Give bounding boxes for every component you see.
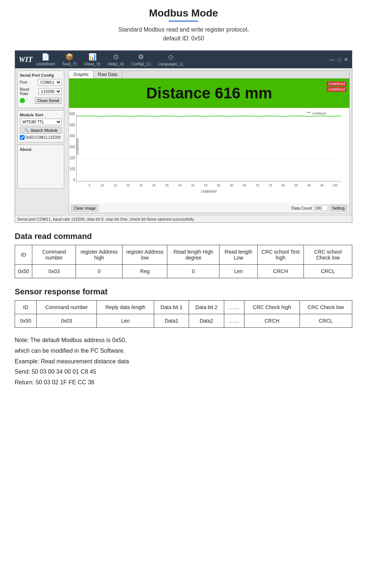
- col-crc-test-high: CRC school Test high: [258, 245, 304, 265]
- device-row: 0x50,COM11,115200: [20, 135, 62, 140]
- maximize-button[interactable]: □: [338, 57, 341, 62]
- svg-text:600: 600: [69, 112, 75, 116]
- sr-col-ellipsis: ……: [224, 301, 244, 314]
- svg-text:15: 15: [113, 184, 117, 187]
- titlebar-controls: — □ ✕: [330, 57, 348, 62]
- legend-item-2: Undefined: [327, 87, 346, 92]
- svg-text:35: 35: [165, 184, 168, 187]
- module-select[interactable]: WT53R TTL: [20, 119, 62, 125]
- page-subtitle: Standard Modbus read and write register …: [15, 25, 352, 43]
- nav-undefined-icon: 📄: [41, 53, 50, 61]
- col-reg-addr-low: register Address low: [122, 245, 167, 265]
- search-module-row: 🔍 Search Module: [20, 127, 62, 134]
- note-line-3: Example: Read measurement distance data: [15, 356, 352, 367]
- data-count-input[interactable]: [313, 205, 328, 211]
- cell-len-high: 0: [167, 265, 219, 278]
- col-crc-check-low: CRC school Check low: [304, 245, 352, 265]
- col-read-len-low: Read length Low: [219, 245, 258, 265]
- note-line-2: which can be modified in the PC Software…: [15, 346, 352, 356]
- nav-language-icon: ◇: [168, 53, 173, 61]
- tab-graphic[interactable]: Graphic: [69, 71, 94, 78]
- sr-col-reply: Reply data length: [97, 301, 154, 314]
- svg-text:40: 40: [178, 184, 182, 187]
- chart-footer: Clear Image Data Count Setting: [69, 203, 349, 213]
- cell-crc-high: CRCH: [258, 265, 304, 278]
- search-icon: 🔍: [24, 128, 29, 133]
- nav-undefined[interactable]: 📄 Undefined: [36, 53, 55, 66]
- sr-cell-crc-low: CRCL: [299, 314, 352, 328]
- col-command-num: Command number: [32, 245, 76, 265]
- svg-text:200: 200: [69, 156, 75, 160]
- clear-image-button[interactable]: Clear Image: [71, 205, 98, 211]
- col-read-len-high: Read length High degree: [167, 245, 219, 265]
- svg-text:50: 50: [204, 184, 207, 187]
- distance-display: Distance 616 mm Undefined Undefined: [69, 79, 349, 108]
- close-button[interactable]: ✕: [344, 57, 348, 62]
- setting-button[interactable]: Setting: [330, 205, 347, 211]
- note-line-4: Send: 50 03 00 34 00 01 C8 45: [15, 367, 352, 377]
- nav-tool[interactable]: 📦 Tool(_T): [62, 53, 77, 66]
- left-panel: Serial Port Config Port COM11 Baud Rate …: [15, 68, 66, 215]
- showing-data: Graphic Raw Data Distance 616 mm Undefin…: [69, 70, 350, 213]
- cell-reg-low: Reg: [122, 265, 167, 278]
- tabs-row: Graphic Raw Data: [69, 71, 349, 79]
- legend-box: Undefined Undefined: [327, 81, 346, 92]
- svg-text:80: 80: [281, 184, 285, 187]
- nav-view[interactable]: 📊 View(_V): [84, 53, 100, 66]
- serial-config-title: Serial Port Config: [20, 73, 62, 77]
- app-titlebar: WIT 📄 Undefined 📦 Tool(_T) 📊 View(_V) ⊙ …: [15, 51, 352, 68]
- device-checkbox[interactable]: [20, 135, 25, 140]
- svg-text:100: 100: [69, 167, 75, 171]
- device-label: 0x50,COM11,115200: [26, 135, 61, 139]
- distance-value: Distance 616 mm: [75, 84, 344, 102]
- baud-select[interactable]: 115200: [39, 88, 62, 95]
- nav-view-label: View(_V): [84, 62, 100, 66]
- col-reg-addr-high: register Address high: [76, 245, 123, 265]
- svg-text:30: 30: [152, 184, 156, 187]
- nav-language[interactable]: ◇ Language(_L): [158, 53, 184, 66]
- sr-cell-data1: Data1: [154, 314, 189, 328]
- chart-area: 600 500 400 300 200 100 0 Undefined: [69, 108, 349, 203]
- cell-crc-low: CRCL: [304, 265, 352, 278]
- close-serial-button[interactable]: Close Serial: [35, 97, 62, 104]
- svg-text:5: 5: [88, 184, 90, 187]
- svg-text:20: 20: [127, 184, 130, 187]
- minimize-button[interactable]: —: [330, 57, 335, 62]
- port-select[interactable]: COM11: [38, 79, 62, 86]
- note-line-1: Note: The default Modbus address is 0x50…: [15, 335, 352, 346]
- data-read-table: ID Command number register Address high …: [15, 245, 352, 278]
- serial-status-row: Close Serial: [20, 97, 62, 104]
- svg-text:45: 45: [191, 184, 195, 187]
- nav-config[interactable]: ⚙ Config(_C): [131, 53, 151, 66]
- app-body: Serial Port Config Port COM11 Baud Rate …: [15, 68, 352, 215]
- sensor-response-row: 0x50 0x03 Len Data1 Data2 …… CRCH CRCL: [15, 314, 352, 328]
- search-module-button[interactable]: 🔍 Search Module: [20, 127, 62, 134]
- sr-col-cmd: Command number: [36, 301, 97, 314]
- svg-text:75: 75: [269, 184, 272, 187]
- main-content: Graphic Raw Data Distance 616 mm Undefin…: [66, 68, 352, 215]
- nav-config-icon: ⚙: [138, 53, 144, 61]
- sr-cell-ellipsis: ……: [224, 314, 244, 328]
- nav-help[interactable]: ⊙ Help(_H): [108, 53, 124, 66]
- port-label: Port: [20, 80, 27, 84]
- sr-cell-len: Len: [97, 314, 154, 328]
- sr-col-crc-high: CRC Check high: [244, 301, 299, 314]
- sr-col-data1: Data bit 1: [154, 301, 189, 314]
- svg-text:25: 25: [139, 184, 143, 187]
- about-section: About: [17, 145, 64, 189]
- about-title: About: [20, 147, 62, 152]
- app-logo: WIT: [19, 55, 33, 64]
- nav-config-label: Config(_C): [131, 62, 151, 66]
- nav-view-icon: 📊: [88, 53, 97, 61]
- notes-section: Note: The default Modbus address is 0x50…: [15, 335, 352, 388]
- serial-status-indicator: [20, 98, 25, 103]
- nav-tool-label: Tool(_T): [62, 62, 77, 66]
- nav-language-label: Language(_L): [158, 62, 184, 66]
- chart-svg: 600 500 400 300 200 100 0 Undefined: [69, 110, 348, 198]
- note-line-5: Return: 50 03 02 1F FE CC 38: [15, 377, 352, 388]
- cell-cmd: 0x03: [32, 265, 76, 278]
- sr-cell-data2: Data2: [189, 314, 224, 328]
- tab-raw-data[interactable]: Raw Data: [94, 71, 122, 78]
- module-sort: Module Sort WT53R TTL 🔍 Search Module 0x…: [17, 110, 64, 142]
- svg-text:60: 60: [230, 184, 233, 187]
